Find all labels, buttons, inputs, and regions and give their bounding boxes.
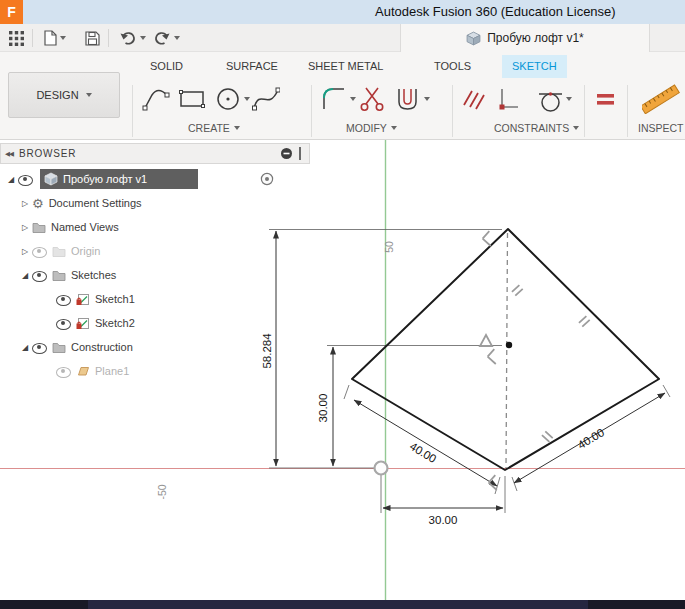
browser-row-plane1[interactable]: Plane1 bbox=[56, 359, 300, 383]
tab-tools[interactable]: TOOLS bbox=[424, 55, 481, 78]
tab-sheet-metal[interactable]: SHEET METAL bbox=[298, 55, 393, 78]
undo-button[interactable] bbox=[116, 26, 149, 50]
circle-tool-button[interactable] bbox=[214, 82, 250, 116]
equal-constraint-button[interactable] bbox=[592, 82, 620, 116]
design-workspace-selector[interactable]: DESIGN bbox=[8, 72, 120, 118]
tree-item-label: Origin bbox=[71, 245, 100, 257]
activate-component-radio[interactable] bbox=[260, 172, 274, 186]
expand-icon[interactable]: ◢ bbox=[4, 175, 18, 184]
trim-tool-button[interactable] bbox=[358, 82, 386, 116]
dropdown-caret-icon bbox=[391, 126, 397, 130]
visibility-eye-icon[interactable] bbox=[32, 246, 47, 257]
tangent-constraint-button[interactable] bbox=[536, 82, 572, 116]
save-button[interactable] bbox=[82, 26, 103, 50]
visibility-eye-icon[interactable] bbox=[56, 318, 71, 329]
grid-label-left: -50 bbox=[156, 484, 168, 499]
browser-row-named-views[interactable]: ▷ Named Views bbox=[18, 215, 300, 239]
rectangle-tool-button[interactable] bbox=[178, 82, 206, 116]
constraint-perpendicular-icon[interactable] bbox=[483, 231, 498, 246]
file-menu-button[interactable] bbox=[40, 26, 69, 50]
design-label: DESIGN bbox=[36, 89, 78, 101]
tab-solid[interactable]: SOLID bbox=[140, 55, 193, 78]
constraints-group-text: CONSTRAINTS bbox=[494, 122, 569, 134]
ribbon-separator bbox=[584, 85, 585, 137]
modify-group-text: MODIFY bbox=[346, 122, 387, 134]
tree-item-label: Construction bbox=[71, 341, 133, 353]
constraint-parallel-icon[interactable] bbox=[512, 285, 523, 295]
dropdown-caret-icon bbox=[350, 97, 356, 101]
folder-icon bbox=[52, 340, 66, 354]
circle-tool-icon bbox=[214, 85, 242, 113]
offset-tool-button[interactable] bbox=[394, 82, 430, 116]
visibility-eye-icon[interactable] bbox=[32, 270, 47, 281]
horizontal-vertical-constraint-icon bbox=[460, 85, 488, 113]
tab-sketch[interactable]: SKETCH bbox=[502, 55, 567, 78]
dimension-bottom-label: 30.00 bbox=[429, 514, 458, 526]
line-tool-button[interactable] bbox=[142, 82, 170, 116]
component-label: Пробую лофт v1 bbox=[63, 173, 147, 185]
visibility-eye-icon[interactable] bbox=[56, 366, 71, 377]
origin-point[interactable] bbox=[375, 462, 388, 475]
spline-tool-icon bbox=[252, 85, 280, 113]
sketch-profile[interactable] bbox=[352, 229, 659, 470]
sketch-point[interactable] bbox=[506, 342, 512, 348]
dimension-edge-left[interactable]: 40.00 bbox=[344, 385, 500, 494]
browser-panel-title: BROWSER bbox=[19, 148, 76, 159]
panel-grip[interactable] bbox=[299, 147, 301, 160]
create-group-text: CREATE bbox=[188, 122, 230, 134]
visibility-eye-icon[interactable] bbox=[18, 174, 33, 185]
component-selection-box[interactable]: Пробую лофт v1 bbox=[40, 169, 198, 189]
browser-panel-header[interactable]: ◀◀ BROWSER bbox=[0, 143, 310, 164]
expand-icon[interactable]: ◢ bbox=[18, 271, 32, 280]
constraint-perpendicular-icon[interactable] bbox=[488, 349, 503, 364]
coincident-constraint-button[interactable] bbox=[494, 82, 522, 116]
titlebar: F Autodesk Fusion 360 (Education License… bbox=[0, 0, 685, 24]
create-group-label[interactable]: CREATE bbox=[188, 122, 240, 134]
sketch-icon bbox=[76, 292, 90, 306]
redo-button[interactable] bbox=[150, 26, 183, 50]
dimension-edge-right[interactable]: 40.00 bbox=[512, 385, 670, 491]
dimension-bottom[interactable]: 30.00 bbox=[381, 474, 505, 526]
app-grid-icon[interactable] bbox=[6, 26, 27, 50]
dropdown-caret-icon bbox=[86, 93, 92, 97]
tab-surface[interactable]: SURFACE bbox=[216, 55, 288, 78]
visibility-eye-icon[interactable] bbox=[32, 342, 47, 353]
browser-row-sketch1[interactable]: Sketch1 bbox=[56, 287, 300, 311]
constraints-group-label[interactable]: CONSTRAINTS bbox=[494, 122, 579, 134]
ribbon-separator bbox=[452, 85, 453, 137]
tree-item-label: Sketch2 bbox=[95, 317, 135, 329]
display-settings-icon[interactable] bbox=[280, 147, 293, 160]
collapse-panel-icon[interactable]: ◀◀ bbox=[5, 150, 13, 158]
modify-group-label[interactable]: MODIFY bbox=[346, 122, 397, 134]
inspect-group-label[interactable]: INSPECT bbox=[638, 122, 684, 134]
expand-icon[interactable]: ▷ bbox=[18, 247, 32, 256]
document-cube-icon bbox=[466, 31, 481, 46]
expand-icon[interactable]: ▷ bbox=[18, 223, 32, 232]
measure-tool-button[interactable] bbox=[642, 82, 685, 116]
dropdown-caret-icon bbox=[234, 126, 240, 130]
constraint-triangle-icon[interactable] bbox=[480, 335, 492, 346]
browser-row-document-settings[interactable]: ▷ ⚙ Document Settings bbox=[18, 191, 300, 215]
browser-row-sketch2[interactable]: Sketch2 bbox=[56, 311, 300, 335]
toolbar-separator bbox=[32, 29, 33, 47]
line-tool-icon bbox=[142, 85, 170, 113]
browser-row-construction[interactable]: ◢ Construction bbox=[18, 335, 300, 359]
dimension-inner-vertical-label: 30.00 bbox=[317, 394, 329, 423]
fusion-logo-icon[interactable]: F bbox=[0, 0, 23, 24]
tree-item-label: Sketches bbox=[71, 269, 116, 281]
constraint-parallel-icon[interactable] bbox=[579, 316, 590, 326]
visibility-eye-icon[interactable] bbox=[56, 294, 71, 305]
browser-row-component[interactable]: ◢ Пробую лофт v1 bbox=[4, 167, 300, 191]
construction-line[interactable] bbox=[506, 233, 508, 468]
fillet-tool-button[interactable] bbox=[320, 82, 356, 116]
browser-row-origin[interactable]: ▷ Origin bbox=[18, 239, 300, 263]
horizontal-vertical-constraint-button[interactable] bbox=[460, 82, 488, 116]
document-tab[interactable]: Пробую лофт v1* bbox=[400, 24, 650, 52]
expand-icon[interactable]: ▷ bbox=[18, 199, 32, 208]
expand-icon[interactable]: ◢ bbox=[18, 343, 32, 352]
browser-row-sketches[interactable]: ◢ Sketches bbox=[18, 263, 300, 287]
dropdown-caret-icon bbox=[573, 126, 579, 130]
constraint-parallel-icon[interactable] bbox=[542, 431, 553, 441]
dropdown-caret-icon bbox=[60, 36, 66, 40]
spline-tool-button[interactable] bbox=[252, 82, 280, 116]
